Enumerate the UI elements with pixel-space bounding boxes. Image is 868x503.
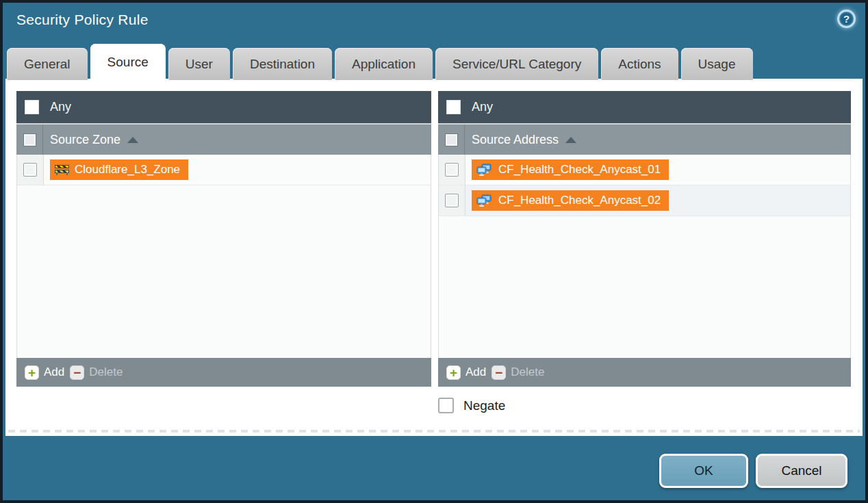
source-address-column-header: Source Address	[438, 123, 851, 155]
address-name: CF_Health_Check_Anycast_02	[498, 194, 661, 207]
address-chip[interactable]: CF_Health_Check_Anycast_01	[472, 159, 669, 180]
security-policy-rule-dialog: Security Policy Rule ? General Source Us…	[0, 0, 868, 503]
delete-icon: −	[70, 365, 84, 380]
address-name: CF_Health_Check_Anycast_01	[498, 163, 661, 177]
tab-user[interactable]: User	[168, 48, 230, 80]
table-row: Cloudflare_L3_Zone	[17, 155, 431, 185]
add-address-button[interactable]: + Add	[446, 365, 486, 380]
address-icon	[476, 194, 493, 207]
source-zone-list: Cloudflare_L3_Zone	[16, 155, 431, 358]
negate-checkbox[interactable]	[438, 398, 454, 413]
add-zone-button[interactable]: + Add	[25, 365, 64, 380]
delete-address-button[interactable]: − Delete	[492, 365, 544, 380]
negate-control: Negate	[438, 398, 505, 413]
source-address-select-all-checkbox[interactable]	[445, 133, 458, 146]
help-icon[interactable]: ?	[837, 10, 856, 28]
tab-destination[interactable]: Destination	[233, 48, 332, 80]
address-row-checkbox[interactable]	[445, 163, 459, 177]
source-address-any-checkbox[interactable]	[446, 100, 461, 114]
source-tab-content: Any Source Zone Cloudflare_L3_Zone	[5, 79, 863, 436]
tab-service-url-category[interactable]: Service/URL Category	[435, 48, 598, 80]
zone-row-checkbox[interactable]	[23, 163, 37, 177]
address-chip[interactable]: CF_Health_Check_Anycast_02	[472, 190, 669, 211]
source-zone-column-header: Source Zone	[16, 123, 431, 155]
source-zone-any-label: Any	[50, 100, 71, 114]
source-zone-footer: + Add − Delete	[16, 358, 431, 387]
delete-icon: −	[492, 365, 506, 380]
add-icon: +	[25, 365, 39, 380]
content-bottom-divider	[8, 430, 860, 433]
source-address-list: CF_Health_Check_Anycast_01	[438, 155, 851, 358]
add-icon: +	[446, 365, 461, 380]
tab-source[interactable]: Source	[90, 44, 166, 80]
tab-usage[interactable]: Usage	[681, 48, 753, 80]
source-zone-column-title[interactable]: Source Zone	[50, 133, 120, 147]
ok-button[interactable]: OK	[659, 454, 748, 488]
negate-label: Negate	[463, 398, 505, 413]
source-zone-select-all-checkbox[interactable]	[23, 133, 36, 146]
source-address-any-label: Any	[472, 100, 493, 114]
zone-chip[interactable]: Cloudflare_L3_Zone	[50, 159, 188, 180]
tab-general[interactable]: General	[7, 48, 88, 80]
zone-name: Cloudflare_L3_Zone	[75, 163, 180, 177]
table-row: CF_Health_Check_Anycast_01	[439, 155, 850, 185]
address-icon	[476, 164, 493, 177]
source-address-panel: Any Source Address	[438, 91, 851, 387]
source-zone-any-header: Any	[16, 91, 431, 123]
table-row: CF_Health_Check_Anycast_02	[439, 185, 850, 216]
tab-bar: General Source User Destination Applicat…	[7, 44, 753, 80]
dialog-title: Security Policy Rule	[16, 12, 149, 28]
source-zone-panel: Any Source Zone Cloudflare_L3_Zone	[16, 91, 431, 387]
delete-zone-button[interactable]: − Delete	[70, 365, 123, 380]
source-address-column-title[interactable]: Source Address	[472, 133, 559, 147]
source-address-any-header: Any	[438, 91, 851, 123]
tab-actions[interactable]: Actions	[601, 48, 678, 80]
sort-ascending-icon[interactable]	[565, 137, 576, 143]
tab-application[interactable]: Application	[335, 48, 433, 80]
sort-ascending-icon[interactable]	[127, 137, 138, 143]
address-row-checkbox[interactable]	[445, 194, 459, 207]
zone-icon	[55, 164, 69, 175]
cancel-button[interactable]: Cancel	[756, 454, 847, 488]
source-zone-any-checkbox[interactable]	[25, 100, 39, 114]
source-address-footer: + Add − Delete	[438, 358, 851, 387]
